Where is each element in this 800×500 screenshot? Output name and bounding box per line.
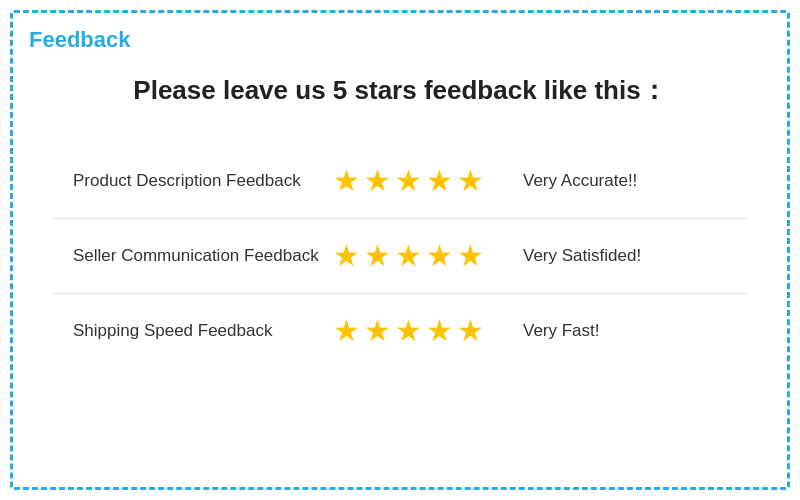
row-label: Seller Communication Feedback — [73, 246, 333, 266]
star-icon: ★ — [333, 166, 360, 196]
star-icon: ★ — [364, 166, 391, 196]
star-icon: ★ — [426, 166, 453, 196]
star-icon: ★ — [333, 241, 360, 271]
headline-text: Please leave us 5 stars feedback like th… — [133, 73, 666, 108]
feedback-row: Shipping Speed Feedback★★★★★Very Fast! — [53, 293, 747, 368]
feedback-row: Product Description Feedback★★★★★Very Ac… — [53, 144, 747, 218]
feedback-row: Seller Communication Feedback★★★★★Very S… — [53, 218, 747, 293]
star-icon: ★ — [457, 166, 484, 196]
row-result: Very Fast! — [493, 321, 727, 341]
row-label: Product Description Feedback — [73, 171, 333, 191]
feedback-title: Feedback — [29, 27, 131, 53]
star-icon: ★ — [364, 241, 391, 271]
star-rating: ★★★★★ — [333, 241, 493, 271]
star-rating: ★★★★★ — [333, 166, 493, 196]
star-icon: ★ — [457, 316, 484, 346]
star-icon: ★ — [395, 166, 422, 196]
row-label: Shipping Speed Feedback — [73, 321, 333, 341]
row-result: Very Satisfided! — [493, 246, 727, 266]
star-icon: ★ — [457, 241, 484, 271]
feedback-rows: Product Description Feedback★★★★★Very Ac… — [53, 144, 747, 368]
row-result: Very Accurate!! — [493, 171, 727, 191]
feedback-card: Feedback Please leave us 5 stars feedbac… — [10, 10, 790, 490]
star-icon: ★ — [395, 316, 422, 346]
star-icon: ★ — [364, 316, 391, 346]
star-icon: ★ — [395, 241, 422, 271]
star-rating: ★★★★★ — [333, 316, 493, 346]
star-icon: ★ — [426, 241, 453, 271]
star-icon: ★ — [426, 316, 453, 346]
star-icon: ★ — [333, 316, 360, 346]
main-content: Please leave us 5 stars feedback like th… — [13, 13, 787, 398]
